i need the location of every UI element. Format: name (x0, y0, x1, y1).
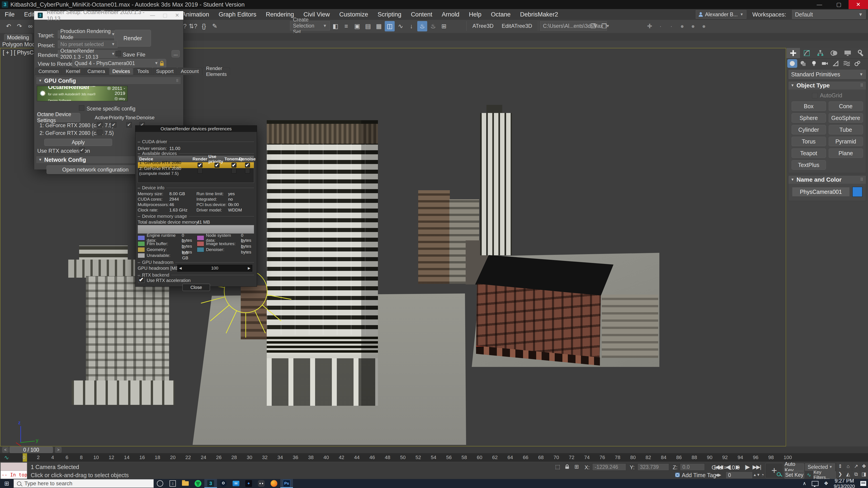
tray-chevron-icon[interactable]: ∧ (803, 481, 806, 486)
menu-item[interactable]: Arnold (437, 9, 464, 20)
z-coordinate-field[interactable]: 0.0 (680, 463, 705, 470)
render-setup-tab[interactable]: Camera (84, 68, 108, 75)
project-window-icon[interactable]: ❒ (588, 21, 598, 31)
gpu-config-header[interactable]: ▼ GPU Config ⠿ (36, 77, 181, 85)
zoom-icon[interactable]: ⇕ (836, 462, 844, 470)
menu-item[interactable]: Graph Editors (214, 9, 261, 20)
play-button[interactable]: ▶ (734, 464, 742, 470)
object-color-swatch[interactable] (852, 187, 862, 197)
edit-named-icon[interactable]: ✎ (210, 21, 220, 31)
active-checkbox[interactable] (97, 122, 102, 127)
workspace-dropdown[interactable]: Default▼ (792, 10, 866, 19)
app-dark-icon[interactable]: ✦ (242, 479, 255, 488)
render-checkbox[interactable] (197, 163, 203, 168)
cortana-button[interactable] (154, 479, 166, 488)
render-setup-tab[interactable]: Account (178, 68, 202, 75)
sub-geometry[interactable] (787, 59, 797, 68)
dropbox-icon[interactable]: ❖ (824, 481, 829, 486)
render-setup-tab[interactable]: Devices (109, 68, 133, 75)
steam-icon[interactable] (217, 479, 230, 488)
close-dialog-button[interactable]: Close (182, 284, 210, 291)
priority-checkbox[interactable] (111, 122, 116, 127)
renderer-more-button[interactable]: ... (172, 50, 180, 57)
sub-spacewarps[interactable] (842, 59, 851, 68)
task-view-button[interactable]: ▯ (166, 479, 179, 488)
render-checkbox[interactable] (197, 168, 203, 173)
building-left-base[interactable] (72, 381, 175, 405)
tonemap-checkbox[interactable] (231, 163, 237, 168)
apply-button[interactable]: Apply (44, 139, 112, 146)
coordinate-mode-icon[interactable]: ⊞ (573, 463, 581, 470)
time-slider[interactable]: 0 / 100 (9, 447, 53, 453)
render-setup-tab[interactable]: Tools (134, 68, 152, 75)
next-frame-button[interactable]: > (55, 447, 61, 453)
user-account-button[interactable]: Alexander B... ▼ (696, 10, 746, 19)
render-setup-tab[interactable]: Render Elements (203, 68, 230, 75)
photoshop-icon[interactable]: Ps (280, 479, 293, 488)
discord-icon[interactable] (255, 479, 268, 488)
falloff-dot-icon[interactable]: ● (688, 21, 698, 31)
menu-item[interactable]: Help (464, 9, 486, 20)
menu-item[interactable]: File (0, 9, 20, 20)
spinner-snap-icon[interactable]: ⇅? (188, 21, 198, 31)
open-network-config-button[interactable]: Open network configuration (46, 165, 144, 174)
active-checkbox[interactable] (97, 130, 102, 135)
next-key-button[interactable]: |▶ (743, 464, 751, 470)
primitive-button[interactable]: TextPlus (792, 160, 826, 170)
project-settings-icon[interactable]: ❒ (599, 21, 609, 31)
close-icon[interactable]: ✕ (175, 12, 179, 18)
menu-item[interactable]: Octane (486, 9, 515, 20)
tower-thin[interactable] (480, 113, 512, 255)
previous-key-button[interactable]: ◀| (724, 464, 732, 470)
primitive-button[interactable]: Pyramid (829, 137, 863, 146)
set-key-button[interactable]: Set Key (784, 471, 804, 479)
set-keys-button[interactable]: + (765, 463, 783, 478)
maximize-viewport-icon[interactable]: ◨ (860, 470, 868, 478)
primitive-button[interactable]: Sphere (792, 113, 826, 123)
y-coordinate-field[interactable]: 323.739 (638, 463, 669, 470)
tone-checkbox[interactable] (126, 122, 132, 127)
menu-item[interactable]: Scripting (373, 9, 406, 20)
building-left-tower[interactable] (86, 276, 169, 384)
render-setup-icon[interactable]: ♨ (417, 21, 427, 31)
primitive-category-dropdown[interactable]: Standard Primitives▼ (789, 70, 866, 79)
primitive-button[interactable]: Teapot (792, 149, 826, 158)
building-mid-brown[interactable] (418, 190, 450, 284)
maximize-icon[interactable]: ▢ (163, 12, 167, 18)
curve-editor-icon[interactable]: ∿ (396, 21, 405, 31)
use-rtx-checkbox[interactable] (138, 276, 145, 283)
mail-icon[interactable]: ✉ (230, 479, 242, 488)
sub-shapes[interactable] (798, 59, 808, 68)
firefox-icon[interactable] (268, 479, 280, 488)
menu-item[interactable]: DebrisMaker2 (515, 9, 563, 20)
render-setup-tab[interactable]: Support (153, 68, 177, 75)
primitive-button[interactable]: Box (792, 101, 826, 111)
edit-atree3d-button[interactable]: EditATree3D (498, 23, 536, 29)
tonemap-checkbox[interactable] (231, 168, 237, 173)
falloff-dot-icon[interactable]: ● (677, 21, 687, 31)
start-button[interactable]: ⊞ (0, 479, 13, 488)
add-time-tag-label[interactable]: Add Time Tag (682, 472, 716, 479)
tab-modify[interactable] (800, 48, 813, 58)
render-setup-titlebar[interactable]: 3 Render Setup: OctaneRender 2020.1.3 - … (34, 11, 183, 20)
named-selection-icon[interactable]: {} (199, 21, 209, 31)
listener-macro-pane[interactable] (1, 463, 27, 471)
primitive-button[interactable]: Tube (829, 125, 863, 134)
fov-icon[interactable]: ❖ (860, 462, 868, 470)
toggle-layer-explorer-icon[interactable]: ▤ (363, 21, 373, 31)
close-button[interactable]: ✕ (848, 0, 868, 9)
add-annotate-icon[interactable]: ✚ (645, 21, 655, 31)
dot-small-icon[interactable]: · (655, 21, 665, 31)
action-center-icon[interactable] (860, 481, 866, 486)
denoise-checkbox[interactable] (245, 163, 250, 168)
taskbar-search[interactable]: Type here to search (13, 479, 154, 488)
key-filters-button[interactable]: Key Filters... (813, 471, 836, 479)
default-in-out-tangent-icon[interactable]: ∿ (805, 471, 813, 479)
atree3d-button[interactable]: ATree3D (468, 23, 498, 29)
scene-specific-checkbox[interactable] (79, 105, 84, 111)
zoom-all-icon[interactable]: ⌂ (844, 462, 852, 470)
taskbar-clock[interactable]: 9:27 PM 9/13/2020 (834, 479, 855, 488)
render-frame-icon[interactable]: ♨ (428, 21, 438, 31)
file-explorer-icon[interactable] (179, 479, 192, 488)
tab-display[interactable] (841, 48, 855, 58)
